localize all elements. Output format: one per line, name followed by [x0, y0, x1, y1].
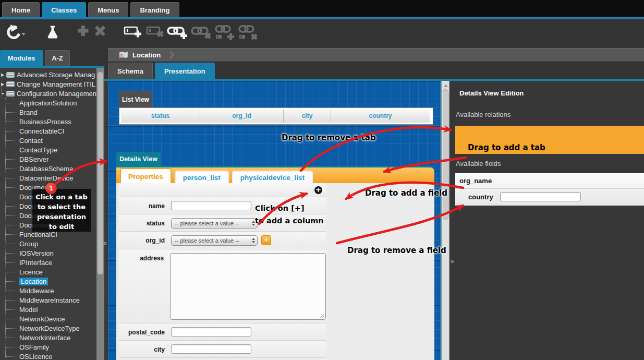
- add-button[interactable]: [77, 25, 89, 37]
- tree-item-label: Location: [19, 278, 48, 285]
- details-tab-bar[interactable]: Propertiesperson_listphysicaldevice_list: [116, 167, 434, 183]
- breadcrumb: Location: [108, 48, 644, 62]
- collapse-left-icon[interactable]: «: [103, 239, 107, 247]
- list-column-header[interactable]: org_id: [200, 110, 284, 123]
- top-nav-tab[interactable]: Branding: [130, 2, 179, 17]
- tree-item[interactable]: IOSVersion: [0, 248, 96, 258]
- tree-item[interactable]: Change Management ITIL: [0, 79, 96, 89]
- hint-tooltip-line: Click on a tab: [32, 192, 91, 202]
- select-spinner-icon[interactable]: [250, 236, 257, 245]
- list-column-header[interactable]: status: [121, 110, 200, 123]
- sidebar-scrollbar-thumb[interactable]: [98, 72, 103, 274]
- tree-item[interactable]: Group: [0, 239, 96, 248]
- edition-panel: [449, 81, 644, 360]
- add-org-button[interactable]: [261, 235, 271, 245]
- tree-item-label: NetworkInterface: [19, 334, 70, 342]
- collapse-right-icon[interactable]: »: [451, 258, 454, 265]
- delete-button[interactable]: [94, 25, 106, 37]
- field-text-input[interactable]: [171, 201, 251, 210]
- field-label: address: [119, 253, 164, 262]
- list-view-tab[interactable]: List View: [119, 91, 152, 107]
- tree-item[interactable]: DatacenterDevice: [0, 173, 96, 183]
- tree-item[interactable]: Middleware: [0, 286, 96, 295]
- module-stack-icon: [6, 81, 15, 87]
- tree-item-label: NetworkDevice: [19, 315, 65, 323]
- details-tab[interactable]: Properties: [120, 168, 172, 183]
- add-link-button[interactable]: [167, 25, 188, 40]
- field-textarea[interactable]: [170, 253, 326, 320]
- delete-link-button[interactable]: [191, 25, 212, 40]
- tree-item[interactable]: OSFamily: [0, 342, 96, 352]
- sidebar-tab[interactable]: A-Z: [45, 50, 70, 66]
- tree-item[interactable]: Configuration Managemen: [0, 89, 96, 98]
- field-select[interactable]: -- please select a value --: [171, 235, 258, 246]
- edition-panel-title: Details View Edition: [459, 89, 524, 97]
- view-tab[interactable]: Presentation: [155, 63, 215, 79]
- view-tab[interactable]: Schema: [108, 63, 153, 79]
- list-column-header[interactable]: country: [331, 110, 430, 123]
- module-stack-icon: [6, 91, 15, 97]
- tree-expander-icon[interactable]: [1, 73, 6, 77]
- canvas-scrollbar[interactable]: [441, 81, 449, 360]
- tree-item-label: Model: [19, 306, 38, 314]
- tree-item-label: Configuration Managemen: [17, 90, 96, 98]
- tree-item[interactable]: MiddlewareInstance: [0, 295, 96, 305]
- tree-item[interactable]: Licence: [0, 267, 96, 277]
- tree-item[interactable]: Brand: [0, 107, 96, 117]
- tree-item[interactable]: OSLicence: [0, 352, 96, 360]
- tree-item-label: OSFamily: [19, 343, 49, 351]
- undo-button[interactable]: [4, 25, 21, 40]
- tree-item[interactable]: ApplicationSolution: [0, 98, 96, 107]
- available-field-input[interactable]: [500, 192, 581, 201]
- tree-item[interactable]: Model: [0, 305, 96, 314]
- scroll-up-icon[interactable]: [444, 84, 448, 87]
- add-linkedset-button[interactable]: [214, 25, 235, 41]
- tree-item[interactable]: ConnectableCI: [0, 126, 96, 136]
- tree-item[interactable]: Location: [0, 277, 96, 286]
- tree-item[interactable]: NetworkInterface: [0, 333, 96, 342]
- left-splitter[interactable]: [104, 81, 108, 360]
- add-column-icon[interactable]: [314, 186, 322, 194]
- top-nav-tab[interactable]: Menus: [88, 2, 128, 17]
- sidebar-tab[interactable]: Modules: [0, 50, 43, 66]
- tree-item[interactable]: IPInterface: [0, 258, 96, 267]
- add-field-button[interactable]: [124, 25, 142, 39]
- test-flask-icon[interactable]: [45, 25, 60, 40]
- sidebar-scrollbar[interactable]: [96, 68, 104, 360]
- resize-grip-icon[interactable]: [320, 314, 324, 318]
- tree-item[interactable]: BusinessProcess: [0, 117, 96, 126]
- delete-field-button[interactable]: [146, 25, 165, 39]
- details-view-tab[interactable]: Details View: [116, 152, 161, 166]
- tree-item[interactable]: NetworkDeviceType: [0, 323, 96, 333]
- form-field-row[interactable]: postal_code: [119, 323, 326, 341]
- undo-dropdown-caret-icon[interactable]: [21, 33, 26, 35]
- field-text-input[interactable]: [171, 344, 251, 354]
- fields-heading: Available fields: [456, 160, 501, 167]
- presentation-designer-window: HomeClassesMenusBranding: [0, 0, 644, 360]
- top-nav-tab[interactable]: Classes: [42, 2, 86, 17]
- list-column-header[interactable]: city: [284, 110, 331, 123]
- canvas-scrollbar-thumb[interactable]: [443, 89, 448, 220]
- delete-linkedset-button[interactable]: [237, 25, 258, 41]
- form-field-row[interactable]: city: [119, 341, 326, 358]
- tree-expander-icon[interactable]: [1, 91, 6, 96]
- tree-item-label: IPInterface: [19, 259, 52, 267]
- field-select[interactable]: -- please select a value --: [171, 218, 258, 229]
- tree-expander-icon[interactable]: [1, 82, 6, 87]
- tree-item[interactable]: DatabaseSchema: [0, 164, 96, 173]
- drop-zone-add-tab[interactable]: Drag to add a tab: [455, 126, 644, 154]
- form-field-row[interactable]: address: [119, 249, 326, 323]
- form-field-row[interactable]: org_id -- please select a value --: [119, 232, 326, 249]
- details-tab[interactable]: person_list: [175, 171, 229, 183]
- tree-item[interactable]: Contact: [0, 136, 96, 145]
- tree-item[interactable]: ContactType: [0, 145, 96, 154]
- top-nav-tab[interactable]: Home: [2, 2, 40, 17]
- details-tab[interactable]: physicaldevice_list: [232, 171, 313, 183]
- tree-item[interactable]: Advanced Storage Manag: [0, 70, 96, 79]
- available-field-row[interactable]: country: [455, 189, 644, 205]
- tree-item[interactable]: NetworkDevice: [0, 314, 96, 323]
- field-text-input[interactable]: [171, 327, 251, 337]
- breadcrumb-item[interactable]: Location: [132, 51, 161, 59]
- tree-item[interactable]: DBServer: [0, 154, 96, 164]
- available-field-row[interactable]: org_name: [455, 173, 644, 189]
